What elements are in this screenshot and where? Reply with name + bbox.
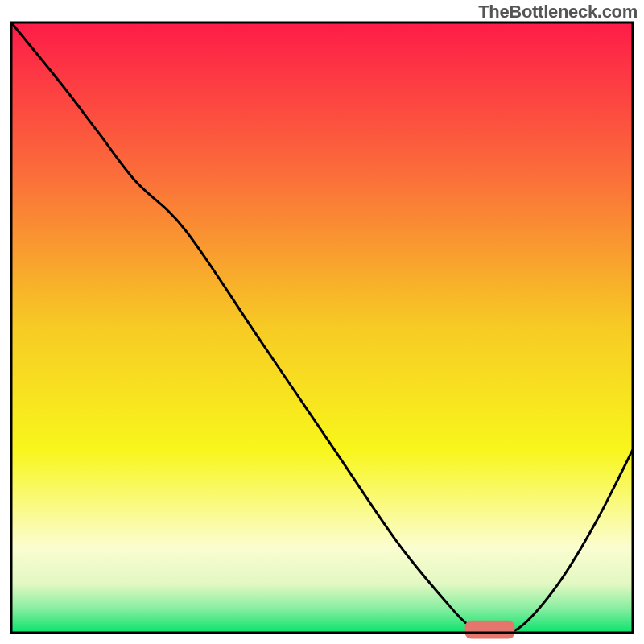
chart-svg xyxy=(0,0,644,644)
optimal-marker xyxy=(465,621,515,639)
plot-background xyxy=(11,23,633,633)
watermark-text: TheBottleneck.com xyxy=(478,2,638,23)
bottleneck-chart: TheBottleneck.com xyxy=(0,0,644,644)
